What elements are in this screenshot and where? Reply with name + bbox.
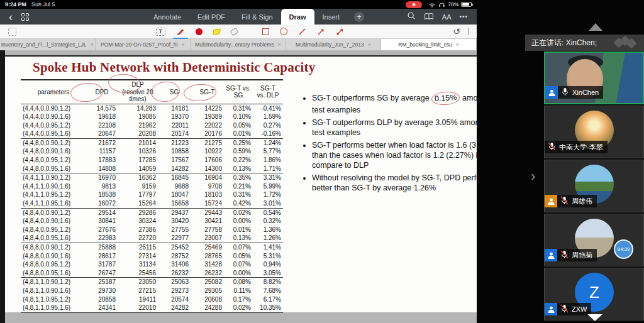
table-cell: 27755 <box>158 226 191 234</box>
table-cell: 15264 <box>118 199 158 208</box>
table-cell: (4,8,1,1,0.95,1.6) <box>21 304 86 312</box>
slide-page[interactable]: Spoke Hub Network with Deterministic Cap… <box>5 55 477 312</box>
table-cell: (4,4,4,0,0.90,1.2) <box>21 104 86 112</box>
back-button[interactable]: ‹ <box>9 11 13 23</box>
mode-tab-draw[interactable]: Draw <box>281 9 314 25</box>
search-icon[interactable] <box>407 11 416 23</box>
table-cell: 0.05% <box>224 121 253 130</box>
text-settings-button[interactable]: AA <box>442 13 452 21</box>
table-row: (4,4,1,1,0.90,1.2)169701636216845169040.… <box>21 173 283 182</box>
table-cell: 21962 <box>118 121 158 130</box>
document-viewer: Spoke Hub Network with Deterministic Cap… <box>0 50 477 323</box>
table-cell: 0.05% <box>224 252 253 261</box>
participant-tile-[interactable]: 中南大学-李翠 <box>544 106 644 158</box>
table-cell: 24288 <box>191 304 224 312</box>
slide-bullets: SG-T outperforms SG by average 0.15% amo… <box>302 92 504 195</box>
slide-title: Spoke Hub Network with Deterministic Cap… <box>33 60 315 75</box>
table-cell: 0.00% <box>224 269 253 278</box>
mode-tab-edit-pdf[interactable]: Edit PDF <box>189 9 233 25</box>
participant-tiles: XinChen中南大学-李翠周雄伟84:39周艳菊ZZXW <box>544 52 644 322</box>
toolbar-handle[interactable] <box>468 28 469 35</box>
mode-tab-insert[interactable]: Insert <box>314 9 348 25</box>
mode-tab-fill-sign[interactable]: Fill & Sign <box>233 9 281 25</box>
doc-tab-multimodularity-entory-probl[interactable]: Multimodularity...entory Problems× <box>191 39 286 50</box>
table-cell: 25469 <box>191 243 224 252</box>
text-box-tool[interactable]: T <box>156 25 165 39</box>
table-row: (4,4,4,0,0.95,1.2)221082196222011220220.… <box>21 121 283 130</box>
table-cell: 11157 <box>86 147 118 156</box>
table-cell: 22022 <box>191 121 224 130</box>
doc-tab-label: Multimodularity...entory Problems <box>195 41 274 48</box>
person-badge-icon <box>545 249 557 261</box>
participant-tile-xinchen[interactable]: XinChen <box>544 52 644 104</box>
connector-arrow-tool[interactable] <box>336 25 344 39</box>
battery-percent: 78% <box>448 1 459 8</box>
recording-indicator[interactable]: ◉ <box>406 1 422 8</box>
table-cell: 0.07% <box>224 260 253 269</box>
table-cell: 0.32% <box>253 217 283 226</box>
screen: 9:24 PM Sun Jul 5 ◉ 78% ‹ AnnotateEdit P… <box>0 0 644 323</box>
color-swatch-red[interactable] <box>196 25 203 39</box>
table-cell: 19411 <box>118 295 158 304</box>
close-tab-icon[interactable]: × <box>91 41 94 48</box>
table-row: (4,4,1,1,0.95,1.2)185381779718047181030.… <box>21 190 283 199</box>
now-speaking-banner: 正在讲话: XinChen; <box>525 35 644 51</box>
viewer-left-gutter <box>0 50 5 323</box>
doc-tab-multimodularity-jun-7-2013[interactable]: Multimodularity_Jun_7_2013× <box>286 39 382 50</box>
close-tab-icon[interactable]: × <box>368 41 371 48</box>
reader-book-icon[interactable] <box>424 11 434 23</box>
table-row: (4,4,4,0,0.90,1.2)14,57514,2831418114225… <box>21 104 283 112</box>
table-row: (4,8,1,1,0.90,1.6)297302721529273293050.… <box>21 287 283 295</box>
doc-tab-rm-booking-limit-csu[interactable]: RM_booking_limit_csu× <box>381 39 477 50</box>
thumbnails-grid-button[interactable] <box>21 13 29 21</box>
collapse-panel-chevron[interactable]: › <box>531 168 535 185</box>
table-cell: 7.68% <box>253 287 283 295</box>
participant-tile-[interactable]: 周雄伟 <box>544 160 644 212</box>
scroll-up-icon[interactable] <box>589 23 602 31</box>
participant-tile-zxw[interactable]: ZZXW <box>544 268 644 320</box>
undo-button[interactable]: ↺ <box>453 26 460 36</box>
table-cell: 25456 <box>118 269 158 278</box>
table-cell: 17606 <box>191 156 224 165</box>
scroll-down-icon[interactable] <box>587 314 602 321</box>
participant-name: ZXW <box>572 305 587 313</box>
table-cell: 28617 <box>86 252 118 261</box>
table-cell: 22011 <box>158 121 191 130</box>
table-cell: (4,4,1,1,0.95,1.6) <box>21 199 86 208</box>
table-cell: 28752 <box>158 252 191 261</box>
table-cell: 29730 <box>86 287 118 295</box>
eraser-tool[interactable] <box>231 25 238 39</box>
doc-tab-inventory-and-fi-l-strategie[interactable]: Inventory_and_Fi...l_Strategies_LJL× <box>0 39 96 50</box>
table-cell: 3.31% <box>253 173 283 182</box>
participant-tile-[interactable]: 84:39周艳菊 <box>544 214 644 266</box>
participant-name: 周雄伟 <box>572 197 592 206</box>
table-cell: 22977 <box>158 234 191 243</box>
mode-tab-annotate[interactable]: Annotate <box>145 9 189 25</box>
table-header-6: SG-T vs. DLP <box>253 80 283 104</box>
table-cell: 0.17% <box>224 295 253 304</box>
participant-name: XinChen <box>572 89 599 96</box>
table-row: (4,4,4,0,0.90,1.6)196181908519370193890.… <box>21 112 283 121</box>
close-tab-icon[interactable]: × <box>181 41 184 48</box>
draw-toolbar: T ↺ <box>0 25 477 39</box>
close-tab-icon[interactable]: × <box>278 41 281 48</box>
doc-tab-pom-mar-20-oa-0257-proof-hi[interactable]: POM-Mar-20-OA-0257_Proof_hi× <box>96 39 191 50</box>
table-cell: (4,4,8,0,0.95,1.6) <box>21 165 86 173</box>
ellipse-shape-tool[interactable] <box>280 25 287 39</box>
line-shape-tool[interactable] <box>298 25 306 39</box>
mic-muted-icon <box>560 304 569 314</box>
add-annotation-button[interactable]: + <box>354 12 364 22</box>
participant-name-bar: 周雄伟 <box>557 195 597 207</box>
table-cell: 0.00% <box>224 217 253 226</box>
table-cell: (4,8,1,1,0.95,1.2) <box>21 295 86 304</box>
close-tab-icon[interactable]: × <box>456 41 459 48</box>
table-cell: (4,4,1,1,0.90,1.2) <box>21 173 86 182</box>
more-options-button[interactable]: ••• <box>459 13 468 20</box>
table-cell: 20574 <box>158 295 191 304</box>
pen-tool[interactable] <box>176 25 185 39</box>
selection-tool-icon[interactable] <box>8 28 16 36</box>
table-cell: 24282 <box>158 304 191 312</box>
highlighter-tool[interactable] <box>213 25 220 39</box>
rectangle-shape-tool[interactable] <box>262 25 269 39</box>
arrow-shape-tool[interactable] <box>317 25 325 39</box>
